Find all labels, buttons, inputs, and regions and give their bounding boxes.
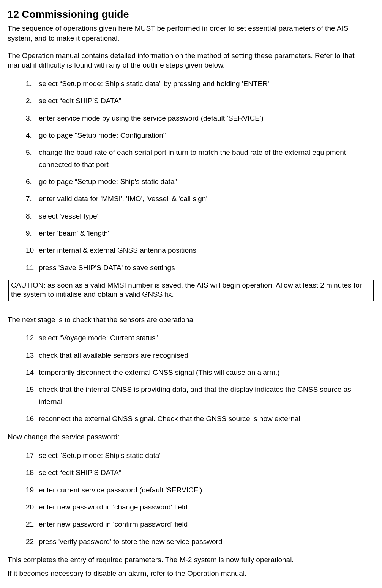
list-item: 17.select “Setup mode: Ship's static dat… [26, 450, 374, 461]
list-item-text: select “edit SHIP'S DATA” [39, 467, 374, 478]
closing-paragraph-2: If it becomes necessary to disable an al… [8, 569, 374, 579]
list-item-text: press 'verify password' to store the new… [39, 536, 374, 547]
ordered-list-3: 17.select “Setup mode: Ship's static dat… [26, 450, 374, 547]
list-item: 5.change the baud rate of each serial po… [26, 146, 374, 170]
intro-paragraph-2: The Operation manual contains detailed i… [8, 51, 374, 70]
list-item: 13.check that all available sensors are … [26, 349, 374, 361]
intro-paragraph-1: The sequence of operations given here MU… [8, 24, 374, 43]
list-item-text: select “Voyage mode: Current status” [39, 332, 374, 344]
closing-paragraph-1: This completes the entry of required par… [8, 555, 374, 565]
list-item-text: select “Setup mode: Ship's static data” [39, 450, 374, 461]
list-item: 12.select “Voyage mode: Current status” [26, 332, 374, 344]
list-item: 6.go to page “Setup mode: Ship's static … [26, 176, 374, 187]
list-item-text: change the baud rate of each serial port… [39, 146, 374, 170]
list-item-number: 13. [26, 349, 39, 361]
list-item: 10.enter internal & external GNSS antenn… [26, 244, 374, 256]
list-item: 22.press 'verify password' to store the … [26, 536, 374, 547]
list-item-number: 22. [26, 536, 39, 547]
list-item-number: 3. [26, 112, 39, 124]
list-item-text: select “Setup mode: Ship's static data” … [39, 78, 374, 90]
list-item-number: 12. [26, 332, 39, 344]
list-item-number: 17. [26, 450, 39, 461]
list-item: 8.select 'vessel type' [26, 210, 374, 222]
list-item-text: press 'Save SHIP'S DATA' to save setting… [39, 262, 374, 274]
list-item-number: 9. [26, 227, 39, 239]
list-item: 3.enter service mode by using the servic… [26, 112, 374, 124]
list-item-number: 2. [26, 95, 39, 107]
list-item-text: enter service mode by using the service … [39, 112, 374, 124]
list-item-text: enter internal & external GNSS antenna p… [39, 244, 374, 256]
list-item: 2.select “edit SHIP'S DATA” [26, 95, 374, 107]
list-item: 21.enter new password in ‘confirm passwo… [26, 518, 374, 530]
list-item-text: select “edit SHIP'S DATA” [39, 95, 374, 107]
list-item-number: 19. [26, 484, 39, 496]
list-item-text: select 'vessel type' [39, 210, 374, 222]
mid-paragraph-2: Now change the service password: [8, 432, 374, 442]
list-item-number: 21. [26, 518, 39, 530]
list-item: 18.select “edit SHIP'S DATA” [26, 467, 374, 478]
list-item-text: enter valid data for 'MMSI', 'IMO', 'ves… [39, 193, 374, 204]
list-item: 9.enter 'beam' & 'length' [26, 227, 374, 239]
list-item: 14.temporarily disconnect the external G… [26, 366, 374, 378]
mid-paragraph-1: The next stage is to check that the sens… [8, 315, 374, 325]
list-item: 1.select “Setup mode: Ship's static data… [26, 78, 374, 90]
list-item-text: check that the internal GNSS is providin… [39, 384, 374, 407]
list-item-text: go to page "Setup mode: Configuration" [39, 129, 374, 141]
list-item-number: 11. [26, 262, 39, 274]
list-item: 16.reconnect the external GNSS signal. C… [26, 413, 374, 424]
caution-box: CAUTION: as soon as a valid MMSI number … [8, 279, 374, 302]
list-item-text: enter new password in ‘confirm password'… [39, 518, 374, 530]
list-item-number: 6. [26, 176, 39, 187]
section-heading: 12 Commissioning guide [8, 8, 374, 21]
list-item: 19.enter current service password (defau… [26, 484, 374, 496]
list-item-text: temporarily disconnect the external GNSS… [39, 366, 374, 378]
list-item-text: enter 'beam' & 'length' [39, 227, 374, 239]
list-item-number: 4. [26, 129, 39, 141]
ordered-list-1: 1.select “Setup mode: Ship's static data… [26, 78, 374, 274]
list-item: 20.enter new password in 'change passwor… [26, 501, 374, 513]
list-item-text: check that all available sensors are rec… [39, 349, 374, 361]
list-item-text: reconnect the external GNSS signal. Chec… [39, 413, 374, 424]
list-item-number: 10. [26, 244, 39, 256]
list-item-number: 1. [26, 78, 39, 90]
list-item-number: 8. [26, 210, 39, 222]
list-item-number: 14. [26, 366, 39, 378]
list-item-number: 5. [26, 146, 39, 170]
list-item: 4.go to page "Setup mode: Configuration" [26, 129, 374, 141]
list-item-number: 7. [26, 193, 39, 204]
list-item-text: enter current service password (default … [39, 484, 374, 496]
list-item-number: 18. [26, 467, 39, 478]
list-item-text: enter new password in 'change password' … [39, 501, 374, 513]
list-item-number: 20. [26, 501, 39, 513]
list-item: 7.enter valid data for 'MMSI', 'IMO', 'v… [26, 193, 374, 204]
list-item: 15.check that the internal GNSS is provi… [26, 384, 374, 407]
list-item: 11.press 'Save SHIP'S DATA' to save sett… [26, 262, 374, 274]
list-item-number: 15. [26, 384, 39, 407]
ordered-list-2: 12.select “Voyage mode: Current status”1… [26, 332, 374, 424]
list-item-number: 16. [26, 413, 39, 424]
list-item-text: go to page “Setup mode: Ship's static da… [39, 176, 374, 187]
